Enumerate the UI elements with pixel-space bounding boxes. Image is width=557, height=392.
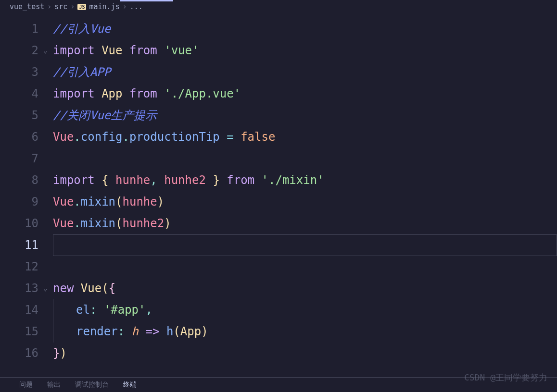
chevron-right-icon: › bbox=[123, 2, 127, 11]
line-number: 1 bbox=[0, 18, 38, 40]
tab-debug-console[interactable]: 调试控制台 bbox=[75, 380, 109, 389]
code-line[interactable]: render: h => h(App) bbox=[53, 321, 557, 343]
code-line[interactable]: import { hunhe, hunhe2 } from './mixin' bbox=[53, 170, 557, 191]
breadcrumb-file[interactable]: main.js bbox=[89, 2, 119, 11]
code-line[interactable] bbox=[53, 234, 557, 256]
line-number: 6 bbox=[0, 126, 38, 148]
line-number: 16 bbox=[0, 343, 38, 364]
line-number: 2 bbox=[0, 40, 38, 61]
line-number: 10 bbox=[0, 213, 38, 234]
chevron-down-icon[interactable]: ⌄ bbox=[43, 40, 47, 61]
line-number-gutter: 1 2 3 4 5 6 7 8 9 10 11 12 13 14 15 16 bbox=[0, 18, 53, 364]
watermark: CSDN @王同学要努力 bbox=[464, 372, 547, 383]
indent-guide bbox=[53, 299, 53, 321]
line-number: 11 bbox=[0, 234, 38, 256]
code-line[interactable]: ⌄new Vue({ bbox=[53, 278, 557, 299]
active-tab-indicator bbox=[120, 0, 173, 1]
tab-problems[interactable]: 问题 bbox=[19, 380, 33, 389]
line-number: 14 bbox=[0, 299, 38, 321]
code-editor[interactable]: 1 2 3 4 5 6 7 8 9 10 11 12 13 14 15 16 /… bbox=[0, 13, 557, 364]
code-line[interactable]: ⌄import Vue from 'vue' bbox=[53, 40, 557, 61]
code-content[interactable]: //引入Vue ⌄import Vue from 'vue' //引入APP i… bbox=[53, 18, 557, 364]
line-number: 4 bbox=[0, 83, 38, 105]
chevron-right-icon: › bbox=[70, 2, 75, 11]
line-number: 9 bbox=[0, 191, 38, 213]
js-file-icon: JS bbox=[77, 4, 86, 10]
tab-terminal[interactable]: 终端 bbox=[123, 380, 137, 389]
code-line[interactable]: //引入Vue bbox=[53, 18, 557, 40]
line-number: 13 bbox=[0, 278, 38, 299]
line-number: 3 bbox=[0, 61, 38, 83]
breadcrumb-folder[interactable]: src bbox=[54, 2, 67, 11]
code-line[interactable] bbox=[53, 256, 557, 278]
code-line[interactable]: el: '#app', bbox=[53, 299, 557, 321]
breadcrumb-trail[interactable]: ... bbox=[130, 2, 143, 11]
code-line[interactable] bbox=[53, 148, 557, 170]
breadcrumb-root[interactable]: vue_test bbox=[10, 2, 44, 11]
breadcrumb[interactable]: vue_test › src › JS main.js › ... bbox=[0, 0, 557, 13]
code-line[interactable]: import App from './App.vue' bbox=[53, 83, 557, 105]
code-line[interactable]: Vue.config.productionTip = false bbox=[53, 126, 557, 148]
chevron-down-icon[interactable]: ⌄ bbox=[43, 278, 47, 299]
indent-guide bbox=[53, 321, 53, 343]
code-line[interactable]: Vue.mixin(hunhe2) bbox=[53, 213, 557, 234]
code-line[interactable]: //引入APP bbox=[53, 61, 557, 83]
code-line[interactable]: }) bbox=[53, 343, 557, 364]
line-number: 5 bbox=[0, 105, 38, 126]
line-number: 15 bbox=[0, 321, 38, 343]
code-line[interactable]: //关闭Vue生产提示 bbox=[53, 105, 557, 126]
line-number: 12 bbox=[0, 256, 38, 278]
code-line[interactable]: Vue.mixin(hunhe) bbox=[53, 191, 557, 213]
line-number: 8 bbox=[0, 170, 38, 191]
tab-output[interactable]: 输出 bbox=[47, 380, 61, 389]
chevron-right-icon: › bbox=[47, 2, 51, 11]
line-number: 7 bbox=[0, 148, 38, 170]
